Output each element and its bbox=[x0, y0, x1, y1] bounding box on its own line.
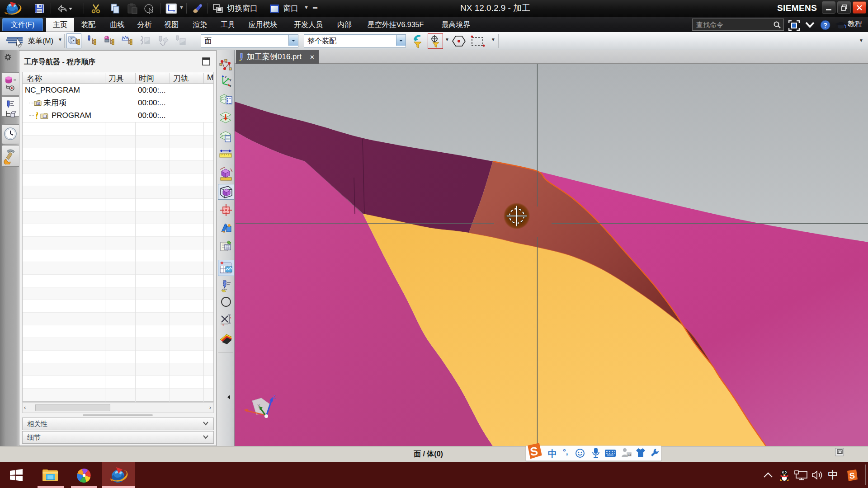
svg-text:Z: Z bbox=[273, 394, 276, 399]
svg-text:13: 13 bbox=[627, 453, 631, 457]
svg-text:?: ? bbox=[823, 21, 827, 29]
svg-text:S: S bbox=[529, 444, 538, 459]
svg-text:S: S bbox=[849, 471, 855, 480]
svg-text:X: X bbox=[229, 84, 231, 88]
svg-text:Y: Y bbox=[257, 404, 260, 408]
svg-text:x: x bbox=[230, 316, 231, 319]
svg-text:Y: Y bbox=[229, 79, 231, 82]
svg-text:S: S bbox=[38, 103, 39, 105]
svg-text:x: x bbox=[222, 324, 224, 326]
svg-text:Z: Z bbox=[225, 75, 227, 79]
